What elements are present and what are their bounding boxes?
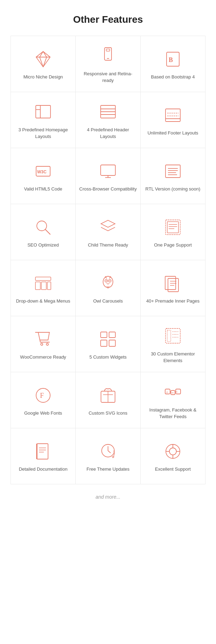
svg-rect-19 [101,165,115,175]
svg-text:t: t [176,390,177,394]
feature-label-footer-layouts: Unlimited Footer Layouts [148,130,198,137]
svg-rect-31 [166,220,180,235]
svg-text:in: in [171,391,174,394]
feature-label-custom-widgets: 5 Custom Widgets [89,354,127,361]
grid-row-6: FGoogle Web Fonts Custom SVG Icons f in … [11,372,205,428]
feature-cell-footer-layouts: Unlimited Footer Layouts [141,92,205,148]
shop-svg-icon [97,386,119,405]
feature-cell-one-page: One Page Support [141,204,205,260]
one-page-icon [162,217,183,237]
support-icon [162,442,183,461]
svg-point-40 [103,276,113,288]
monitor-icon [97,161,119,181]
feature-label-elementor: 30 Custom Elementor Elements [144,351,202,364]
layout-home-icon [33,102,54,122]
mega-menu-icon [33,273,54,293]
feature-cell-social-feeds: f in tInstagram, Facebook & Twitter Feed… [141,372,205,428]
feature-cell-support: Excellent Support [141,428,205,484]
layout-header-icon [97,102,119,122]
feature-cell-header-layouts: 4 Predefined Header Layouts [76,92,141,148]
mobile-icon [97,46,119,65]
svg-rect-54 [101,340,107,346]
grid-row-2: W3CValid HTML5 Code Cross-Browser Compat… [11,148,205,204]
svg-point-43 [106,280,107,281]
feature-cell-dropdown-menus: Drop-down & Mega Menus [11,260,76,316]
svg-point-79 [169,448,176,455]
svg-rect-37 [35,282,40,290]
svg-point-50 [41,343,43,345]
feature-cell-responsive-retina: Responsive and Retina-ready [76,36,141,92]
feature-cell-seo-optimized: SEO Optimized [11,204,76,260]
bootstrap-icon: B [162,49,183,69]
feature-cell-cross-browser: Cross-Browser Compatibility [76,148,141,204]
svg-rect-32 [167,222,178,233]
w3c-icon: W3C [33,161,54,181]
grid-row-5: WooCommerce Ready 5 Custom Widgets 30 Cu… [11,316,205,372]
svg-rect-39 [47,282,51,290]
feature-label-responsive-retina: Responsive and Retina-ready [79,70,137,84]
svg-text:W3C: W3C [37,169,47,174]
features-grid: Micro Niche Design Responsive and Retina… [11,36,205,484]
feature-cell-child-theme: Child Theme Ready [76,204,141,260]
feature-cell-owl-carousels: Owl Carousels [76,260,141,316]
svg-text:f: f [167,391,168,394]
svg-rect-3 [106,49,110,51]
svg-point-51 [46,343,48,345]
feature-cell-woocommerce: WooCommerce Ready [11,316,76,372]
svg-text:F: F [40,392,44,399]
widgets-icon [97,330,119,349]
page-title: Other Features [11,14,205,25]
svg-rect-53 [109,332,115,338]
svg-rect-13 [166,109,180,122]
elementor-icon [162,326,183,346]
feature-cell-rtl-version: RTL Version (coming soon) [141,148,205,204]
layout-footer-icon [162,105,183,125]
feature-label-social-feeds: Instagram, Facebook & Twitter Feeds [144,407,202,420]
feature-label-dropdown-menus: Drop-down & Mega Menus [16,298,70,305]
diamond-icon [33,49,54,69]
social-icon: f in t [162,382,183,402]
feature-label-support: Excellent Support [155,466,191,473]
svg-rect-38 [41,282,46,290]
svg-marker-0 [36,51,50,67]
feature-label-valid-html5: Valid HTML5 Code [24,186,62,193]
feature-cell-bootstrap4: BBased on Bootstrap 4 [141,36,205,92]
fonts-icon: F [33,386,54,405]
seo-icon [33,217,54,237]
svg-rect-56 [166,328,180,343]
feature-label-rtl-version: RTL Version (coming soon) [146,186,201,193]
svg-text:B: B [169,56,173,63]
grid-row-7: Detailed Documentation Free Theme Update… [11,428,205,484]
feature-label-child-theme: Child Theme Ready [88,242,128,249]
rtl-lines-icon [162,161,183,181]
page-wrapper: Other Features Micro Niche Design Respon… [0,0,216,517]
svg-rect-36 [35,277,51,281]
grid-row-4: Drop-down & Mega Menus Owl Carousels [11,260,205,316]
feature-cell-micro-niche-design: Micro Niche Design [11,36,76,92]
svg-line-29 [45,229,50,234]
feature-label-header-layouts: 4 Predefined Header Layouts [79,126,137,140]
svg-rect-52 [101,332,107,338]
feature-label-homepage-layouts: 3 Predefined Homepage Layouts [14,126,72,140]
feature-cell-custom-widgets: 5 Custom Widgets [76,316,141,372]
feature-label-seo-optimized: SEO Optimized [27,242,59,249]
inner-pages-icon [162,273,183,293]
owl-icon [97,273,119,293]
svg-rect-55 [109,340,115,346]
feature-cell-elementor: 30 Custom Elementor Elements [141,316,205,372]
svg-rect-66 [165,389,170,394]
feature-label-theme-updates: Free Theme Updates [87,466,130,473]
feature-cell-inner-pages: 40+ Premade Inner Pages [141,260,205,316]
svg-rect-23 [166,165,180,178]
feature-label-cross-browser: Cross-Browser Compatibility [79,186,137,193]
feature-label-google-fonts: Google Web Fonts [24,410,62,417]
feature-cell-homepage-layouts: 3 Predefined Homepage Layouts [11,92,76,148]
feature-label-owl-carousels: Owl Carousels [93,298,123,305]
feature-cell-documentation: Detailed Documentation [11,428,76,484]
svg-marker-30 [101,220,115,227]
svg-rect-57 [167,330,171,341]
feature-label-one-page: One Page Support [154,242,192,249]
feature-label-documentation: Detailed Documentation [19,466,68,473]
feature-cell-valid-html5: W3CValid HTML5 Code [11,148,76,204]
grid-row-1: 3 Predefined Homepage Layouts 4 Predefin… [11,92,205,148]
